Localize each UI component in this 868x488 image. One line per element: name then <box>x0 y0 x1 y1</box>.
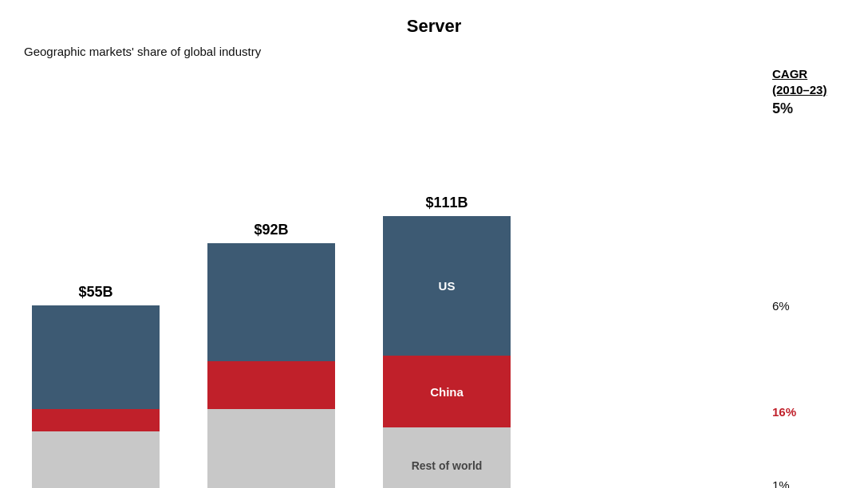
segment-rest-2019 <box>207 409 335 488</box>
chart-container: Server Geographic markets' share of glob… <box>0 0 868 488</box>
segment-china-2019 <box>207 361 335 409</box>
bars-section: $55B2010$92B2019$111BRest of worldChinaU… <box>24 195 756 488</box>
cagr-total: 5% <box>772 100 844 117</box>
cagr-value-0: 1% <box>772 447 844 488</box>
chart-area: $55B2010$92B2019$111BRest of worldChinaU… <box>24 66 844 488</box>
segment-us-2019 <box>207 243 335 361</box>
segment-us-2010 <box>32 305 160 409</box>
bar-group-2019: $92B2019 <box>207 222 335 488</box>
segment-china-2023: China <box>383 356 511 427</box>
chart-subtitle: Geographic markets' share of global indu… <box>24 45 844 58</box>
cagr-value-1: 16% <box>772 376 844 447</box>
bar-group-2023: $111BRest of worldChinaUS2023 <box>383 195 511 488</box>
bar-2023: Rest of worldChinaUS <box>383 216 511 488</box>
chart-title: Server <box>24 16 844 37</box>
cagr-header: CAGR(2010–23) <box>772 66 844 97</box>
segment-rest-2023: Rest of world <box>383 427 511 488</box>
bar-group-2010: $55B2010 <box>32 284 160 488</box>
segment-us-2023: US <box>383 216 511 356</box>
segment-rest-2010 <box>32 431 160 488</box>
segment-china-2010 <box>32 409 160 431</box>
cagr-section: CAGR(2010–23)5%1%16%6% <box>756 66 844 488</box>
bar-total-label-2010: $55B <box>78 284 112 301</box>
bar-2019 <box>207 243 335 488</box>
bar-total-label-2023: $111B <box>425 195 468 211</box>
cagr-bar-column: 1%16%6% <box>772 236 844 488</box>
cagr-value-2: 6% <box>772 236 844 376</box>
bar-total-label-2019: $92B <box>254 222 288 238</box>
bar-2010 <box>32 305 160 488</box>
